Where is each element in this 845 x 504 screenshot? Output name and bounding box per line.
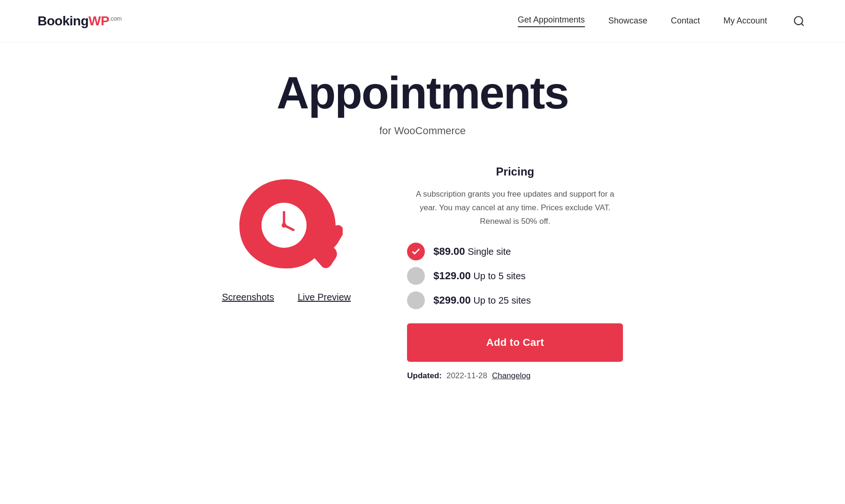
updated-row: Updated: 2022-11-28 Changelog [407,371,623,381]
add-to-cart-button[interactable]: Add to Cart [407,323,623,362]
product-left: Screenshots Live Preview [222,165,351,303]
checkmark-icon [411,246,421,257]
search-icon [793,15,805,27]
nav-get-appointments[interactable]: Get Appointments [518,15,585,27]
nav-contact[interactable]: Contact [671,16,700,26]
product-right: Pricing A subscription grants you free u… [407,165,623,381]
svg-line-1 [801,23,804,26]
main-content: Appointments for WooCommerce [0,42,845,418]
radio-single[interactable] [407,243,425,260]
updated-date: 2022-11-28 [446,371,487,381]
nav-my-account[interactable]: My Account [723,16,767,26]
search-button[interactable] [791,13,807,30]
pricing-label-single: $89.00 Single site [433,245,511,258]
site-header: BookingWP.com Get Appointments Showcase … [0,0,845,42]
pricing-options: $89.00 Single site $129.00 Up to 5 sites… [407,243,623,309]
pricing-title: Pricing [407,165,623,178]
screenshots-link[interactable]: Screenshots [222,292,274,303]
live-preview-link[interactable]: Live Preview [298,292,351,303]
product-section: Screenshots Live Preview Pricing A subsc… [141,165,704,381]
page-subtitle: for WooCommerce [379,125,466,137]
pricing-option-5sites[interactable]: $129.00 Up to 5 sites [407,267,623,285]
product-links: Screenshots Live Preview [222,292,351,303]
product-logo-image [230,175,343,268]
pricing-label-5sites: $129.00 Up to 5 sites [433,270,525,282]
pricing-description: A subscription grants you free updates a… [407,188,623,229]
pricing-option-25sites[interactable]: $299.00 Up to 25 sites [407,291,623,309]
changelog-link[interactable]: Changelog [492,371,530,381]
page-title: Appointments [277,70,568,115]
main-nav: Get Appointments Showcase Contact My Acc… [518,13,807,30]
svg-point-6 [282,223,286,228]
nav-showcase[interactable]: Showcase [608,16,647,26]
radio-5sites[interactable] [407,267,425,285]
pricing-option-single[interactable]: $89.00 Single site [407,243,623,260]
pricing-label-25sites: $299.00 Up to 25 sites [433,294,530,306]
svg-point-0 [794,16,802,24]
logo[interactable]: BookingWP.com [38,14,122,29]
logo-text: BookingWP.com [38,14,122,29]
radio-25sites[interactable] [407,291,425,309]
updated-label: Updated: [407,371,442,381]
